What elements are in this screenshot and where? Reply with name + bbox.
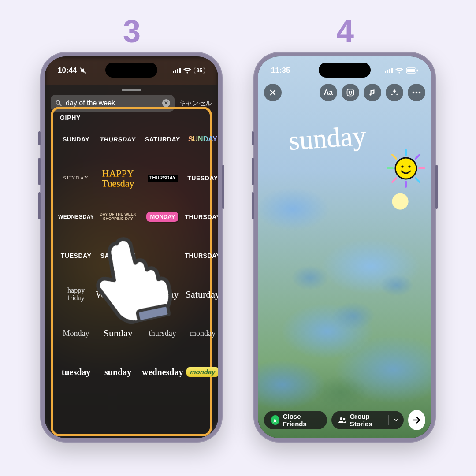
sticker-item[interactable] (142, 245, 183, 266)
svg-line-27 (416, 178, 420, 182)
svg-rect-0 (173, 71, 174, 73)
status-time: 11:35 (271, 66, 290, 75)
dynamic-island (319, 63, 371, 78)
effects-tool-button[interactable] (386, 84, 403, 101)
status-time: 10:44 (58, 66, 77, 75)
wifi-icon (183, 68, 191, 74)
sticker-item[interactable]: Sunday (96, 323, 140, 343)
svg-rect-10 (391, 68, 393, 73)
cancel-button[interactable]: キャンセル (179, 99, 212, 108)
story-photo-flowers (258, 56, 431, 438)
phone-mockup: 11:35 Aa (253, 52, 436, 443)
wifi-icon (395, 68, 403, 74)
sticker-item[interactable]: WEDNESDAY (58, 207, 94, 227)
sticker-item[interactable]: SATURDAY (142, 129, 183, 149)
svg-rect-12 (407, 69, 415, 72)
svg-line-26 (392, 155, 396, 159)
silent-icon (79, 67, 86, 74)
svg-point-19 (413, 92, 415, 94)
close-friends-button[interactable]: ★ Close Friends (264, 411, 327, 429)
sticker-item[interactable]: SUNDAY (58, 129, 94, 149)
sticker-item[interactable]: monday (185, 323, 218, 343)
people-icon (338, 417, 346, 423)
battery-icon: 95 (194, 67, 205, 74)
sticker-item[interactable]: Monday (142, 284, 183, 305)
sticker-item[interactable]: THURSDAY (185, 207, 218, 227)
sticker-item[interactable]: DAY OF THE WEEK SHOPPING DAY (96, 207, 140, 227)
sticker-item[interactable]: Monday (58, 323, 94, 343)
sticker-item[interactable]: THURSDAY (185, 245, 218, 266)
sticker-item[interactable]: MONDAY (142, 207, 183, 227)
sticker-item[interactable]: happy friday (58, 284, 94, 305)
text-tool-button[interactable]: Aa (320, 84, 337, 101)
svg-rect-3 (179, 68, 181, 73)
step-number: 3 (123, 13, 140, 49)
svg-point-17 (349, 91, 350, 92)
svg-point-34 (343, 418, 345, 420)
sticker-item[interactable]: Wednesday (96, 284, 140, 305)
sticker-item[interactable]: THURSDAY (95, 129, 141, 149)
sticker-tool-button[interactable] (342, 84, 359, 101)
svg-rect-13 (417, 70, 418, 72)
search-icon (55, 100, 62, 107)
sticker-item[interactable]: SUNDAY (185, 129, 218, 149)
story-toolbar: Aa (264, 84, 425, 101)
svg-rect-1 (175, 70, 176, 73)
dynamic-island (105, 63, 157, 78)
sticker-item[interactable]: TUESDAY (185, 168, 218, 188)
svg-rect-9 (389, 69, 390, 73)
placed-sticker-sunday[interactable]: sunday (288, 120, 367, 156)
sticker-grid: SUNDAY THURSDAY SATURDAY SUNDAY SUNDAY H… (56, 129, 207, 386)
step-number: 4 (336, 13, 353, 49)
more-tool-button[interactable] (408, 84, 425, 101)
sheet-grabber[interactable] (122, 89, 141, 91)
cellular-icon (385, 68, 393, 73)
sticker-item[interactable]: tuesday (58, 362, 94, 382)
svg-rect-2 (177, 69, 178, 73)
svg-point-21 (419, 92, 421, 94)
sticker-item[interactable]: HAPPY Tuesday (96, 168, 140, 188)
svg-point-30 (395, 158, 416, 179)
chevron-down-icon[interactable] (393, 417, 399, 423)
svg-point-20 (416, 92, 418, 94)
svg-point-31 (401, 165, 403, 167)
svg-point-32 (408, 165, 410, 167)
giphy-label: GIPHY (56, 114, 207, 121)
sticker-item[interactable]: sunday (96, 362, 140, 382)
sticker-item[interactable]: wednesday (142, 362, 183, 382)
svg-line-29 (392, 178, 396, 182)
svg-rect-16 (347, 89, 354, 96)
cellular-icon (173, 68, 181, 73)
search-input[interactable] (66, 99, 159, 107)
star-icon: ★ (271, 415, 279, 425)
svg-rect-7 (385, 71, 386, 73)
sticker-item[interactable]: thursday (142, 323, 183, 343)
sticker-item[interactable]: THURSDAY (142, 168, 183, 188)
sticker-item[interactable]: monday (185, 362, 218, 382)
music-tool-button[interactable] (364, 84, 381, 101)
phone-mockup: 10:44 95 ✕ (40, 52, 223, 443)
sticker-item[interactable]: SATURDAY (96, 245, 140, 266)
placed-sticker-sun[interactable] (386, 148, 426, 189)
step-4: 4 11:35 Aa (253, 13, 436, 476)
clear-search-button[interactable]: ✕ (162, 99, 170, 107)
close-button[interactable] (264, 84, 282, 101)
sticker-search-sheet: ✕ キャンセル GIPHY SUNDAY THURSDAY SATURDAY S… (45, 85, 218, 438)
group-stories-button[interactable]: Group Stories (331, 411, 404, 429)
send-button[interactable] (408, 410, 425, 430)
svg-line-28 (416, 155, 420, 159)
share-bar: ★ Close Friends Group Stories (264, 410, 425, 430)
sticker-item[interactable]: TUESDAY (58, 245, 94, 266)
step-3: 3 10:44 95 (40, 13, 223, 476)
svg-point-33 (340, 417, 342, 420)
giphy-results-highlight: GIPHY SUNDAY THURSDAY SATURDAY SUNDAY SU… (51, 107, 212, 436)
svg-line-5 (60, 104, 61, 106)
sticker-item[interactable]: Saturday (185, 284, 218, 305)
sticker-item[interactable]: SUNDAY (58, 168, 94, 188)
battery-icon (406, 67, 418, 74)
svg-rect-8 (387, 70, 388, 73)
svg-point-18 (351, 91, 352, 92)
